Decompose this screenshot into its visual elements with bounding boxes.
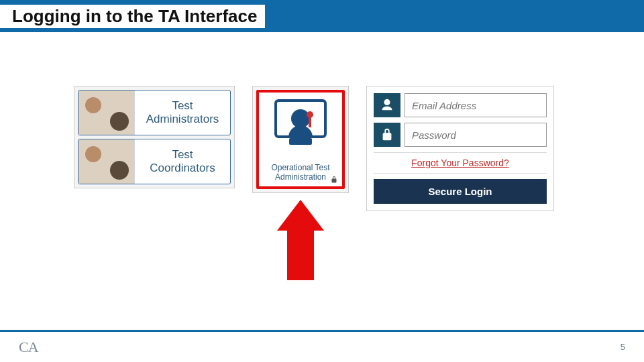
slide-header: Logging in to the TA Interface: [0, 0, 644, 32]
monitor-icon: [274, 99, 327, 138]
app-card-panel: Operational Test Administration: [252, 86, 349, 193]
secure-login-button[interactable]: Secure Login: [374, 179, 547, 204]
role-thumb-coordinators: [78, 139, 135, 184]
page-number: 5: [621, 342, 625, 352]
role-card-test-coordinators[interactable]: Test Coordinators: [78, 139, 231, 184]
page-title: Logging in to the TA Interface: [0, 5, 265, 28]
role-label: Test Coordinators: [135, 148, 230, 174]
app-card-column: Operational Test Administration: [252, 86, 349, 280]
email-row: Email Address: [374, 93, 547, 117]
forgot-password-link[interactable]: Forgot Your Password?: [374, 152, 547, 174]
password-field[interactable]: Password: [405, 123, 547, 147]
login-form: Email Address Password Forgot Your Passw…: [366, 86, 554, 211]
key-icon: [307, 111, 313, 118]
role-thumb-admins: [78, 90, 135, 135]
password-row: Password: [374, 123, 547, 147]
operational-test-admin-card[interactable]: Operational Test Administration: [256, 90, 345, 189]
email-field[interactable]: Email Address: [405, 93, 547, 117]
lock-field-icon: [374, 123, 400, 147]
footer-logo: CA: [19, 339, 38, 356]
slide-footer: CA 5: [0, 330, 644, 362]
role-label: Test Administrators: [135, 99, 230, 125]
role-card-test-administrators[interactable]: Test Administrators: [78, 90, 231, 135]
role-selection-panel: Test Administrators Test Coordinators: [74, 86, 235, 188]
main-content: Test Administrators Test Coordinators Op…: [0, 32, 644, 280]
user-icon: [374, 93, 400, 117]
up-arrow-icon: [277, 200, 324, 280]
lock-icon: [330, 174, 338, 182]
app-card-label: Operational Test Administration: [263, 164, 338, 182]
